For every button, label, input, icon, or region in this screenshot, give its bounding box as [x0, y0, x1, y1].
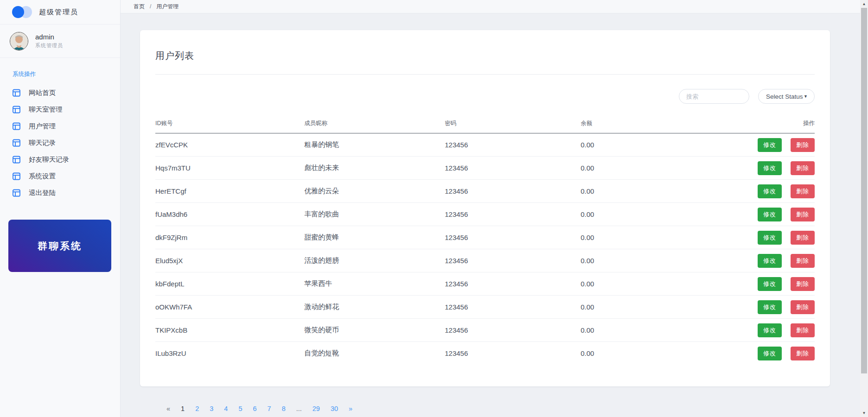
nickname-cell: 甜蜜的黄蜂 — [304, 226, 445, 249]
balance-cell: 0.00 — [581, 272, 686, 296]
breadcrumb: 首页 / 用户管理 — [121, 0, 860, 13]
sidebar-item-0[interactable]: 网站首页 — [0, 84, 120, 101]
page-title: 用户列表 — [155, 50, 815, 62]
sidebar-item-2[interactable]: 用户管理 — [0, 118, 120, 134]
user-profile: admin 系统管理员 — [0, 25, 120, 58]
edit-button[interactable]: 修改 — [758, 208, 782, 221]
status-select-value: Select Status — [766, 93, 803, 100]
edit-button[interactable]: 修改 — [758, 347, 782, 360]
balance-cell: 0.00 — [581, 180, 686, 203]
sidebar-item-5[interactable]: 系统设置 — [0, 168, 120, 184]
delete-button[interactable]: 删除 — [791, 254, 815, 268]
sidebar-item-label: 网站首页 — [29, 88, 56, 97]
search-input[interactable] — [679, 89, 749, 104]
pagination-prev[interactable]: « — [162, 403, 174, 414]
scroll-down-icon[interactable]: ▼ — [860, 409, 868, 417]
delete-button[interactable]: 删除 — [791, 347, 815, 360]
actions-cell: 修改删除 — [686, 342, 815, 365]
delete-button[interactable]: 删除 — [791, 161, 815, 175]
pagination-page[interactable]: 8 — [278, 403, 290, 414]
pagination-page[interactable]: 2 — [191, 403, 203, 414]
user-info: admin 系统管理员 — [35, 33, 63, 49]
balance-cell: 0.00 — [581, 226, 686, 249]
nickname-cell: 丰富的歌曲 — [304, 203, 445, 226]
edit-button[interactable]: 修改 — [758, 300, 782, 314]
edit-button[interactable]: 修改 — [758, 161, 782, 175]
table-toolbar: Select Status ▼ — [155, 89, 815, 104]
edit-button[interactable]: 修改 — [758, 254, 782, 268]
password-cell: 123456 — [445, 157, 581, 180]
delete-button[interactable]: 删除 — [791, 323, 815, 337]
pagination-page[interactable]: 30 — [326, 403, 342, 414]
pagination-page[interactable]: 7 — [263, 403, 275, 414]
pagination-page[interactable]: 5 — [234, 403, 246, 414]
sidebar-item-label: 好友聊天记录 — [29, 155, 69, 164]
actions-cell: 修改删除 — [686, 319, 815, 342]
sidebar-item-1[interactable]: 聊天室管理 — [0, 101, 120, 118]
table-row: kbFdeptL苹果西牛1234560.00修改删除 — [155, 272, 815, 296]
actions-cell: 修改删除 — [686, 249, 815, 272]
scrollbar-thumb[interactable] — [861, 8, 867, 373]
user-name: admin — [35, 33, 63, 41]
column-header-1: 成员昵称 — [304, 115, 445, 133]
delete-button[interactable]: 删除 — [791, 184, 815, 198]
sidebar-item-label: 用户管理 — [29, 122, 56, 131]
sidebar-item-6[interactable]: 退出登陆 — [0, 184, 120, 201]
table-row: zfEVcCPK粗暴的钢笔1234560.00修改删除 — [155, 133, 815, 157]
layout-icon — [13, 156, 20, 164]
table-row: dkF9ZjRm甜蜜的黄蜂1234560.00修改删除 — [155, 226, 815, 249]
pagination-next[interactable]: » — [345, 403, 357, 414]
pagination-page[interactable]: 4 — [220, 403, 232, 414]
sidebar-item-label: 退出登陆 — [29, 189, 56, 197]
edit-button[interactable]: 修改 — [758, 277, 782, 291]
edit-button[interactable]: 修改 — [758, 323, 782, 337]
pagination-page[interactable]: 29 — [308, 403, 324, 414]
nickname-cell: 粗暴的钢笔 — [304, 133, 445, 157]
edit-button[interactable]: 修改 — [758, 138, 782, 152]
pagination-page[interactable]: 6 — [249, 403, 261, 414]
pagination-ellipsis: ... — [292, 403, 306, 414]
status-select[interactable]: Select Status ▼ — [758, 89, 815, 104]
sidebar-item-3[interactable]: 聊天记录 — [0, 134, 120, 151]
balance-cell: 0.00 — [581, 342, 686, 365]
delete-button[interactable]: 删除 — [791, 300, 815, 314]
actions-cell: 修改删除 — [686, 296, 815, 319]
nickname-cell: 苹果西牛 — [304, 272, 445, 296]
nickname-cell: 微笑的硬币 — [304, 319, 445, 342]
brand: 超级管理员 — [0, 0, 120, 25]
brand-title: 超级管理员 — [39, 8, 78, 17]
actions-cell: 修改删除 — [686, 226, 815, 249]
pagination-page-current[interactable]: 1 — [177, 403, 189, 414]
delete-button[interactable]: 删除 — [791, 138, 815, 152]
user-table: ID账号成员昵称密码余额操作 zfEVcCPK粗暴的钢笔1234560.00修改… — [155, 115, 815, 365]
password-cell: 123456 — [445, 319, 581, 342]
sidebar-item-label: 系统设置 — [29, 172, 56, 181]
balance-cell: 0.00 — [581, 157, 686, 180]
main-area: 首页 / 用户管理 用户列表 Select Status ▼ — [121, 0, 860, 417]
user-id-cell: zfEVcCPK — [155, 133, 304, 157]
user-id-cell: HerETCgf — [155, 180, 304, 203]
breadcrumb-home[interactable]: 首页 — [134, 3, 145, 11]
balance-cell: 0.00 — [581, 249, 686, 272]
layout-icon — [13, 172, 20, 180]
user-id-cell: kbFdeptL — [155, 272, 304, 296]
table-row: TKIPXcbB微笑的硬币1234560.00修改删除 — [155, 319, 815, 342]
edit-button[interactable]: 修改 — [758, 184, 782, 198]
scroll-up-icon[interactable]: ▲ — [860, 0, 868, 8]
table-row: oOKWh7FA激动的鲜花1234560.00修改删除 — [155, 296, 815, 319]
sidebar-item-label: 聊天记录 — [29, 139, 56, 147]
app-root: 超级管理员 admin 系统管理员 系统操作 网站首页聊天室管理用户管理聊天记录… — [0, 0, 868, 417]
nickname-cell: 活泼的翅膀 — [304, 249, 445, 272]
vertical-scrollbar[interactable]: ▲ ▼ — [860, 0, 868, 417]
sidebar-item-4[interactable]: 好友聊天记录 — [0, 151, 120, 168]
delete-button[interactable]: 删除 — [791, 208, 815, 221]
edit-button[interactable]: 修改 — [758, 231, 782, 245]
table-row: Hqs7m3TU彪壮的未来1234560.00修改删除 — [155, 157, 815, 180]
balance-cell: 0.00 — [581, 203, 686, 226]
pagination-page[interactable]: 3 — [205, 403, 217, 414]
actions-cell: 修改删除 — [686, 133, 815, 157]
delete-button[interactable]: 删除 — [791, 277, 815, 291]
delete-button[interactable]: 删除 — [791, 231, 815, 245]
layout-icon — [13, 139, 20, 147]
column-header-2: 密码 — [445, 115, 581, 133]
